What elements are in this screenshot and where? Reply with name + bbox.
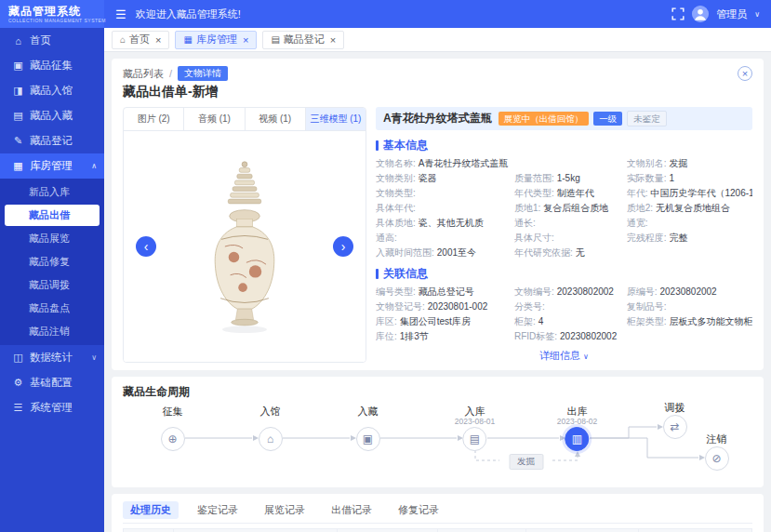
info-field: 库区:集团公司test库房 [376,316,507,327]
field-label: 年代类型: [514,188,554,198]
sidebar-item-label: 藏品修复 [29,255,70,269]
next-media-button[interactable]: › [333,236,353,257]
sidebar-item-acquisition[interactable]: ▣藏品征集 [0,53,104,78]
artifact-name-strip: A青花牡丹纹塔式盖瓶 展览中（出借回馆） 一级 未鉴定 [376,107,752,130]
node-label: 调拨 [665,402,685,414]
media-tab-3d-model[interactable]: 三维模型 (1) [306,108,366,130]
sidebar-item-item-deregistration[interactable]: 藏品注销 [0,320,104,343]
breadcrumb-tag: 文物详情 [178,66,228,81]
expand-details-label: 详细信息 [539,350,580,361]
records-table: 序号 单据编号 处理类型 状态 创建时间 处理时间 1 CJ1821837977… [123,528,752,532]
sidebar-item-item-exhibition[interactable]: 藏品展览 [0,227,104,250]
sidebar-item-new-item-storage[interactable]: 新品入库 [0,180,104,204]
field-value: 20230802002 [557,286,614,297]
tab-label: 首页 [129,33,150,47]
info-field: 通高: [376,233,507,244]
media-tab-images[interactable]: 图片 (2) [124,108,184,130]
sidebar-item-warehouse-management[interactable]: ▦库房管理∧ [0,153,104,179]
sidebar-item-item-restoration[interactable]: 藏品修复 [0,250,104,273]
arrow-left-icon: ‹ [144,240,149,253]
avatar[interactable] [692,6,709,22]
media-tab-video[interactable]: 视频 (1) [246,108,306,130]
column-header: 单据编号 [174,529,338,532]
sidebar-item-item-transfer[interactable]: 藏品调拨 [0,273,104,297]
field-value: 制造年代 [557,188,594,198]
sidebar-item-system-management[interactable]: ☰系统管理 [0,395,104,420]
registration-icon: ✎ [11,135,25,147]
sidebar-item-label: 新品入库 [29,185,70,199]
records-tab-history[interactable]: 处理历史 [123,501,179,519]
records-tab-restoration[interactable]: 修复记录 [391,501,446,519]
username[interactable]: 管理员 [716,7,747,21]
close-icon[interactable]: × [330,34,336,46]
info-field: RFID标签:20230802002 [514,331,619,342]
field-value: 1排3节 [400,331,429,341]
page-scroll-area: 藏品列表 / 文物详情 × 藏品出借单-新增 图片 (2) 音频 (1) 视频 … [104,52,771,532]
sidebar-item-home[interactable]: ⌂首页 [0,28,104,53]
records-tab-appraisal[interactable]: 鉴定记录 [190,501,246,519]
detail-card: 藏品列表 / 文物详情 × 藏品出借单-新增 图片 (2) 音频 (1) 视频 … [112,59,764,370]
node-date: 2023-08-01 [455,418,495,426]
basic-info-grid: 文物名称:A青花牡丹纹塔式盖瓶 文物别名:发掘 文物类别:瓷器 质量范围:1-5… [376,158,752,259]
sidebar-item-accession[interactable]: ▤藏品入藏 [0,103,104,128]
records-tab-loan[interactable]: 出借记录 [324,501,379,519]
info-field: 文物类型: [376,188,507,199]
field-label: 文物名称: [376,158,416,168]
info-field: 质地1:复合后组合质地 [514,203,619,214]
info-field: 文物编号:20230802002 [514,286,619,298]
artifact-3d-model[interactable] [190,157,299,336]
storage-node-circle[interactable]: ▤ [462,427,486,451]
field-value: 藏品总登记号 [419,286,474,297]
prev-media-button[interactable]: ‹ [136,236,156,257]
sidebar-item-item-inventory[interactable]: 藏品盘点 [0,297,104,320]
accession-node-circle[interactable]: ▣ [356,427,380,451]
info-field: 实际数量:1 [627,173,752,184]
home-icon: ⌂ [120,34,126,45]
deregister-node-circle[interactable]: ⊘ [705,446,729,471]
grade-badge: 一级 [593,112,622,126]
expand-details-link[interactable]: 详细信息∨ [376,349,752,363]
settings-icon: ⚙ [11,377,25,389]
field-label: 具体年代: [376,203,416,213]
hamburger-icon[interactable]: ☰ [115,8,126,20]
close-icon[interactable]: × [155,34,161,46]
fullscreen-icon[interactable] [671,7,685,20]
lifecycle-node-transfer: 调拨 ⇄ [663,402,687,439]
tab-home[interactable]: ⌂首页× [112,31,169,49]
info-field: 文物别名:发掘 [627,158,752,169]
entry-node-circle[interactable]: ⌂ [259,427,283,451]
lifecycle-node-deregister: 注销 ⊘ [705,433,729,471]
transfer-node-circle[interactable]: ⇄ [663,415,687,439]
sidebar-submenu: 新品入库 藏品出借 藏品展览 藏品修复 藏品调拨 藏品盘点 藏品注销 [0,179,104,345]
field-label: RFID标签: [514,331,557,341]
sidebar-item-registration[interactable]: ✎藏品登记 [0,128,104,153]
field-label: 文物编号: [514,286,554,297]
info-field: 入藏时间范围:2001至今 [376,247,507,259]
sidebar-item-basic-config[interactable]: ⚙基础配置 [0,370,104,395]
close-page-button[interactable]: × [738,66,752,81]
field-label: 质地1: [514,203,540,213]
field-label: 文物别名: [627,158,667,168]
close-icon[interactable]: × [243,34,248,46]
node-date: 2023-08-02 [557,418,597,426]
field-value: 1 [669,173,674,183]
section-title-basic-info: 基本信息 [376,138,752,153]
breadcrumb-item[interactable]: 藏品列表 [123,67,164,81]
lifecycle-node-outbound: 出库 2023-08-02 ▥ [557,406,597,451]
sidebar-item-data-statistics[interactable]: ◫数据统计∨ [0,345,104,370]
system-icon: ☰ [11,402,25,414]
sidebar-item-item-loan[interactable]: 藏品出借 [5,205,100,226]
sidebar-item-label: 藏品盘点 [29,301,70,315]
table-header-row: 序号 单据编号 处理类型 状态 创建时间 处理时间 [124,529,752,532]
acquisition-icon: ▣ [11,60,25,72]
tab-warehouse-management[interactable]: ▦库房管理× [175,31,257,49]
info-field: 具体质地:瓷、其他无机质 [376,218,507,229]
media-tab-audio[interactable]: 音频 (1) [184,108,245,130]
node-label: 入馆 [260,406,281,418]
sidebar-item-label: 藏品征集 [30,59,73,73]
records-tab-exhibition[interactable]: 展览记录 [257,501,312,519]
outbound-node-circle[interactable]: ▥ [565,427,589,451]
sidebar-item-museum-entry[interactable]: ◨藏品入馆 [0,78,104,103]
collect-node-circle[interactable]: ⊕ [161,427,185,451]
tab-item-registration[interactable]: ▤藏品登记× [262,31,344,49]
